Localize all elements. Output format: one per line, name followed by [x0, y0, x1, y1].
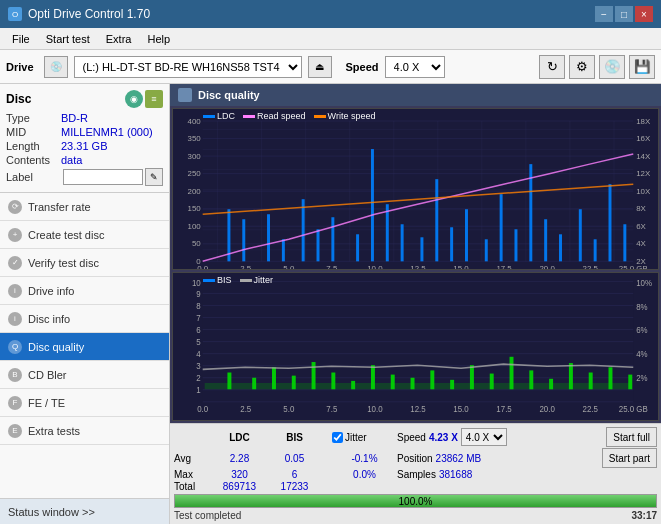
status-time: 33:17 — [631, 510, 657, 521]
max-bis: 6 — [267, 469, 322, 480]
svg-text:7.5: 7.5 — [326, 264, 338, 269]
start-full-button[interactable]: Start full — [606, 427, 657, 447]
nav-disc-info-label: Disc info — [28, 313, 70, 325]
extra-tests-icon: E — [8, 424, 22, 438]
length-value: 23.31 GB — [61, 140, 107, 152]
svg-text:5: 5 — [196, 338, 201, 347]
svg-rect-42 — [282, 239, 285, 261]
svg-text:25.0 GB: 25.0 GB — [619, 264, 648, 269]
status-window[interactable]: Status window >> — [0, 498, 169, 524]
maximize-button[interactable]: □ — [615, 6, 633, 22]
speed-select[interactable]: 4.0 X — [385, 56, 445, 78]
nav-disc-info[interactable]: i Disc info — [0, 305, 169, 333]
chart-icon — [178, 88, 192, 102]
svg-rect-119 — [549, 379, 553, 389]
svg-rect-43 — [302, 199, 305, 261]
speed-stat-select[interactable]: 4.0 X — [461, 428, 507, 446]
nav-fe-te-label: FE / TE — [28, 397, 65, 409]
nav-create-test-disc[interactable]: + Create test disc — [0, 221, 169, 249]
drivebar: Drive 💿 (L:) HL-DT-ST BD-RE WH16NS58 TST… — [0, 50, 661, 84]
svg-rect-109 — [351, 381, 355, 389]
svg-text:15.0: 15.0 — [453, 264, 469, 269]
svg-text:8: 8 — [196, 302, 201, 311]
disc-image-icon: ◉ — [125, 90, 143, 108]
svg-rect-59 — [559, 234, 562, 261]
svg-text:22.5: 22.5 — [583, 264, 599, 269]
disc-button[interactable]: 💿 — [599, 55, 625, 79]
svg-rect-51 — [435, 179, 438, 261]
disc-label-input[interactable] — [63, 169, 143, 185]
svg-rect-111 — [391, 375, 395, 390]
nav-fe-te[interactable]: F FE / TE — [0, 389, 169, 417]
nav-extra-tests[interactable]: E Extra tests — [0, 417, 169, 445]
svg-text:4X: 4X — [636, 239, 646, 248]
mid-value: MILLENMR1 (000) — [61, 126, 153, 138]
svg-rect-104 — [252, 378, 256, 390]
svg-text:300: 300 — [188, 152, 202, 161]
legend-ldc: LDC — [203, 111, 235, 121]
svg-text:2%: 2% — [636, 374, 647, 383]
svg-rect-123 — [628, 375, 632, 390]
svg-rect-105 — [272, 368, 276, 390]
right-panel: Disc quality LDC Read speed — [170, 84, 661, 524]
menu-file[interactable]: File — [4, 31, 38, 47]
svg-text:22.5: 22.5 — [582, 405, 598, 414]
svg-text:7.5: 7.5 — [326, 405, 337, 414]
app-icon: O — [8, 7, 22, 21]
chart-header: Disc quality — [170, 84, 661, 106]
svg-text:6%: 6% — [636, 326, 647, 335]
drive-label: Drive — [6, 61, 34, 73]
config-button[interactable]: ⚙ — [569, 55, 595, 79]
svg-rect-46 — [356, 234, 359, 261]
svg-text:12.5: 12.5 — [410, 264, 426, 269]
svg-text:10: 10 — [192, 279, 201, 288]
eject-button[interactable]: ⏏ — [308, 56, 332, 78]
svg-text:0.0: 0.0 — [197, 405, 208, 414]
bottom-chart-svg: 10 9 8 7 6 5 4 3 2 1 10% 8% 6% 4% 2% — [173, 273, 658, 420]
nav-transfer-rate[interactable]: ⟳ Transfer rate — [0, 193, 169, 221]
transfer-rate-icon: ⟳ — [8, 200, 22, 214]
svg-text:25.0 GB: 25.0 GB — [619, 405, 648, 414]
disc-label-button[interactable]: ✎ — [145, 168, 163, 186]
svg-rect-114 — [450, 380, 454, 389]
menu-help[interactable]: Help — [139, 31, 178, 47]
svg-text:5.0: 5.0 — [283, 264, 295, 269]
svg-rect-106 — [292, 376, 296, 390]
disc-quality-icon: Q — [8, 340, 22, 354]
drive-info-icon: i — [8, 284, 22, 298]
max-ldc: 320 — [212, 469, 267, 480]
minimize-button[interactable]: − — [595, 6, 613, 22]
start-part-button[interactable]: Start part — [602, 448, 657, 468]
menu-extra[interactable]: Extra — [98, 31, 140, 47]
disc-info-icon: i — [8, 312, 22, 326]
save-button[interactable]: 💾 — [629, 55, 655, 79]
svg-text:350: 350 — [188, 134, 202, 143]
svg-text:2: 2 — [196, 374, 201, 383]
chart-title: Disc quality — [198, 89, 260, 101]
avg-label: Avg — [174, 453, 212, 464]
nav-cd-bler-label: CD Bler — [28, 369, 67, 381]
jitter-checkbox[interactable] — [332, 432, 343, 443]
menu-start-test[interactable]: Start test — [38, 31, 98, 47]
close-button[interactable]: × — [635, 6, 653, 22]
svg-text:1: 1 — [196, 387, 201, 396]
drive-select[interactable]: (L:) HL-DT-ST BD-RE WH16NS58 TST4 — [74, 56, 302, 78]
type-value: BD-R — [61, 112, 88, 124]
nav-cd-bler[interactable]: B CD Bler — [0, 361, 169, 389]
mid-label: MID — [6, 126, 61, 138]
progress-bar-container: 100.0% — [174, 494, 657, 508]
stats-area: LDC BIS Jitter Speed 4.23 X 4.0 X Start … — [170, 423, 661, 524]
top-chart: LDC Read speed Write speed — [172, 108, 659, 270]
svg-rect-45 — [331, 217, 334, 261]
legend-jitter: Jitter — [240, 275, 274, 285]
svg-text:10%: 10% — [636, 279, 652, 288]
svg-text:20.0: 20.0 — [539, 264, 555, 269]
svg-rect-112 — [411, 378, 415, 390]
svg-text:10X: 10X — [636, 187, 651, 196]
nav-verify-test-disc[interactable]: ✓ Verify test disc — [0, 249, 169, 277]
nav-drive-info[interactable]: i Drive info — [0, 277, 169, 305]
refresh-button[interactable]: ↻ — [539, 55, 565, 79]
drive-icon-btn[interactable]: 💿 — [44, 56, 68, 78]
svg-rect-49 — [401, 224, 404, 261]
nav-disc-quality[interactable]: Q Disc quality — [0, 333, 169, 361]
